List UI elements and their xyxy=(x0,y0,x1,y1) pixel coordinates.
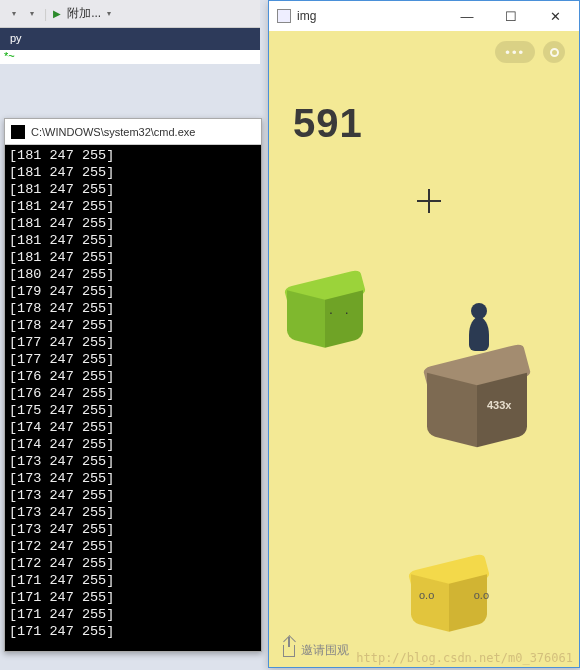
vs-editor-strip: *~ xyxy=(0,50,260,64)
close-button[interactable]: ✕ xyxy=(533,2,577,30)
img-title-text: img xyxy=(297,9,316,23)
attach-button[interactable]: 附加... xyxy=(67,5,101,22)
vs-dropdown-2[interactable]: ▾ xyxy=(26,7,38,20)
green-cube: . . xyxy=(287,269,363,345)
cmd-title-text: C:\WINDOWS\system32\cmd.exe xyxy=(31,126,195,138)
chevron-down-icon: ▾ xyxy=(107,9,111,18)
separator: | xyxy=(44,7,47,21)
brown-cube: 433x xyxy=(427,343,527,443)
window-controls: — ☐ ✕ xyxy=(445,2,577,30)
minimize-button[interactable]: — xyxy=(445,2,489,30)
crosshair-icon xyxy=(417,189,441,213)
editor-marker: *~ xyxy=(4,50,15,62)
maximize-button[interactable]: ☐ xyxy=(489,2,533,30)
watermark-text: http://blog.csdn.net/m0_376061 xyxy=(356,651,573,665)
img-window: img — ☐ ✕ ••• 591 . . xyxy=(268,0,580,668)
menu-button[interactable]: ••• xyxy=(495,41,535,63)
app-icon xyxy=(277,9,291,23)
target-icon xyxy=(550,48,559,57)
green-cube-face: . . xyxy=(329,301,353,317)
yellow-cube: o.oo.o xyxy=(411,553,487,629)
img-titlebar[interactable]: img — ☐ ✕ xyxy=(269,1,579,31)
vs-toolbar: ▾ ▾ | ▶ 附加... ▾ xyxy=(0,0,260,28)
vs-dropdown-1[interactable]: ▾ xyxy=(8,7,20,20)
cmd-icon xyxy=(11,125,25,139)
tab-label[interactable]: py xyxy=(10,32,22,44)
chevron-down-icon: ▾ xyxy=(30,9,34,18)
cube-badge: 433x xyxy=(487,399,511,411)
yellow-cube-faces: o.oo.o xyxy=(419,589,489,601)
play-icon: ▶ xyxy=(53,8,61,19)
invite-label: 邀请围观 xyxy=(301,642,349,659)
score-display: 591 xyxy=(293,101,363,146)
vs-tab-bar: py xyxy=(0,28,260,50)
cmd-window: C:\WINDOWS\system32\cmd.exe [181 247 255… xyxy=(4,118,262,652)
game-viewport: ••• 591 . . 433x o.oo.o xyxy=(269,31,579,667)
chevron-down-icon: ▾ xyxy=(12,9,16,18)
share-icon xyxy=(283,645,295,657)
game-top-controls: ••• xyxy=(495,41,565,63)
cmd-output: [181 247 255] [181 247 255] [181 247 255… xyxy=(5,145,261,642)
cmd-titlebar[interactable]: C:\WINDOWS\system32\cmd.exe xyxy=(5,119,261,145)
target-button[interactable] xyxy=(543,41,565,63)
invite-button[interactable]: 邀请围观 xyxy=(283,642,349,659)
